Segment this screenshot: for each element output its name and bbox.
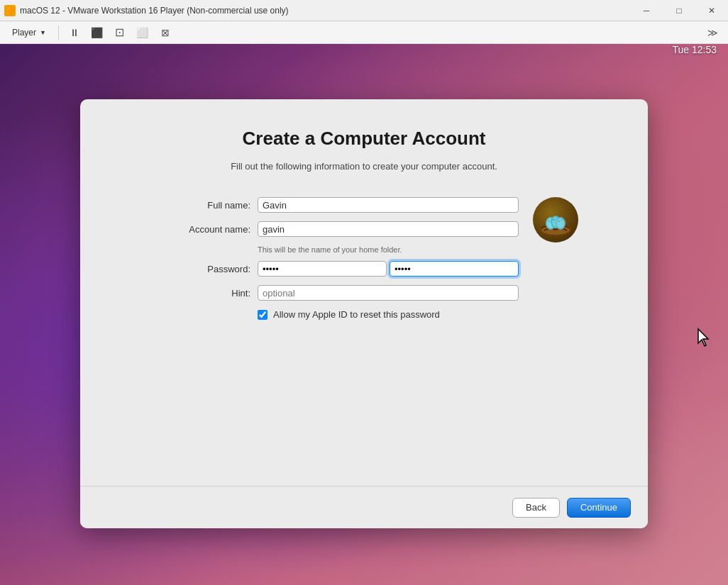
svg-point-13 [561,219,563,221]
dialog-title: Create a Computer Account [243,128,486,150]
password-fields [258,261,519,277]
full-name-label: Full name: [165,200,250,211]
svg-point-10 [553,219,556,221]
player-label: Player [12,28,36,38]
avatar-svg [536,200,575,240]
player-menu[interactable]: Player ▼ [6,25,53,40]
clock: Tue 12:53 [672,44,717,55]
toolbar-btn-4[interactable]: ⊠ [155,23,175,42]
hint-label: Hint: [165,288,250,299]
form-fields: Full name: Account name: This will be th… [165,197,519,320]
toolbar-separator-1 [58,26,59,40]
dialog-content: Create a Computer Account Fill out the f… [80,99,648,486]
window-controls: ─ □ ✕ [630,0,728,21]
account-name-label: Account name: [165,224,250,235]
close-button[interactable]: ✕ [695,0,728,21]
svg-point-11 [556,218,558,220]
account-name-row: Account name: [165,221,519,237]
dialog-window: Create a Computer Account Fill out the f… [80,99,648,528]
back-button[interactable]: Back [512,498,560,518]
hint-input[interactable] [258,285,519,301]
toolbar-btn-3[interactable]: ⬜ [133,23,153,42]
apple-id-checkbox[interactable] [258,310,268,320]
full-name-row: Full name: [165,197,519,213]
account-name-input[interactable] [258,221,519,237]
toolbar-right: ≫ [702,23,722,42]
restore-button[interactable]: □ [663,0,695,21]
title-bar: 🔶 macOS 12 - VMware Workstation 16 Playe… [0,0,728,21]
avatar [533,197,578,243]
svg-point-8 [548,221,551,222]
player-dropdown-icon: ▼ [40,29,46,36]
hint-row: Hint: [165,285,519,301]
dialog-footer: Back Continue [80,486,648,528]
svg-point-9 [551,219,553,221]
password-input-1[interactable] [258,261,387,277]
svg-point-12 [558,221,561,222]
password-row: Password: [165,261,519,277]
checkbox-row: Allow my Apple ID to reset this password [258,309,519,320]
pause-button[interactable]: ⏸ [65,23,84,42]
password-input-2[interactable] [390,261,519,277]
toolbar-btn-2[interactable]: ⊡ [110,23,130,42]
password-label: Password: [165,264,250,274]
app-icon: 🔶 [4,5,16,16]
settings-icon[interactable]: ≫ [702,23,722,42]
avatar-area [533,197,578,243]
minimize-button[interactable]: ─ [630,0,663,21]
toolbar-btn-1[interactable]: ⬛ [87,23,107,42]
full-name-input[interactable] [258,197,519,213]
account-name-hint: This will be the name of your home folde… [258,245,519,254]
apple-id-label[interactable]: Allow my Apple ID to reset this password [273,309,440,320]
continue-button[interactable]: Continue [567,498,631,518]
dialog-subtitle: Fill out the following information to cr… [231,161,497,172]
svg-point-7 [557,218,564,228]
toolbar: Player ▼ ⏸ ⬛ ⊡ ⬜ ⊠ ≫ [0,21,728,44]
window-title: macOS 12 - VMware Workstation 16 Player … [20,6,630,16]
form-area: Full name: Account name: This will be th… [165,197,563,320]
